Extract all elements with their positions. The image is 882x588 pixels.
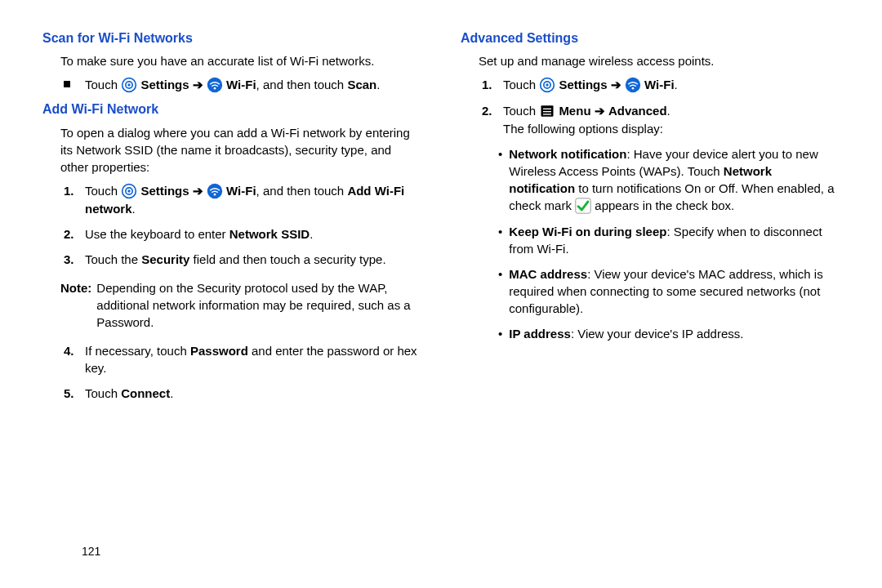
step-body: Touch Connect. (85, 385, 421, 402)
scan-title: Scan for Wi-Fi Networks (42, 29, 421, 47)
advanced-intro: Set up and manage wireless access points… (479, 52, 840, 69)
step-number: 5. (64, 385, 85, 402)
menu-label: Menu (559, 104, 590, 118)
scan-label: Scan (347, 78, 376, 91)
password-label: Password (190, 344, 248, 358)
text: Touch (503, 104, 539, 118)
svg-point-4 (214, 87, 216, 90)
step-body: Touch Menu ➔ Advanced. The following opt… (503, 102, 840, 137)
text: Touch the (85, 252, 141, 266)
wifi-label: Wi-Fi (226, 78, 256, 91)
arrow-icon: ➔ (193, 78, 203, 91)
add-steps-cont: 4. If necessary, touch Password and ente… (42, 342, 421, 402)
settings-icon (539, 77, 555, 93)
scan-step-bullet: Touch Settings ➔ Wi-Fi, and then touch S… (64, 76, 421, 94)
opt-body: Network notification: Have your device a… (509, 145, 840, 215)
step-body: Touch the Security field and then touch … (85, 251, 421, 268)
add-intro: To open a dialog where you can add a Wi-… (60, 124, 421, 176)
text: : View your device's IP address. (571, 327, 744, 341)
add-step-3: 3. Touch the Security field and then tou… (64, 251, 421, 268)
svg-rect-17 (543, 111, 551, 112)
bullet-icon: • (498, 145, 502, 215)
opt-body: IP address: View your device's IP addres… (509, 325, 743, 342)
wifi-icon (625, 77, 641, 93)
note-body: Depending on the Security protocol used … (96, 279, 421, 331)
add-steps: 1. Touch Settings ➔ Wi-Fi, and then touc… (42, 182, 421, 268)
right-column: Advanced Settings Set up and manage wire… (461, 29, 840, 410)
text: field and then touch a security type. (189, 252, 385, 266)
svg-point-14 (632, 87, 635, 90)
opt-ip-address: • IP address: View your device's IP addr… (498, 325, 840, 342)
page-number: 121 (82, 544, 100, 560)
step-body: Use the keyboard to enter Network SSID. (85, 225, 421, 243)
text: , and then touch (256, 184, 348, 198)
arrow-icon: ➔ (611, 78, 621, 91)
text: Touch (85, 184, 121, 198)
left-column: Scan for Wi-Fi Networks To make sure you… (42, 29, 421, 410)
svg-point-2 (128, 84, 131, 87)
note-block: Note: Depending on the Security protocol… (60, 279, 421, 331)
settings-label: Settings (140, 78, 189, 91)
text: The following options display: (503, 122, 663, 136)
add-step-5: 5. Touch Connect. (64, 385, 421, 402)
opt-network-notification: • Network notification: Have your device… (498, 145, 840, 215)
text: If necessary, touch (85, 344, 190, 358)
opt-body: Keep Wi-Fi on during sleep: Specify when… (509, 223, 840, 257)
note-label: Note: (60, 279, 91, 331)
wifi-icon (207, 183, 223, 199)
opt-label: Network notification (509, 147, 626, 161)
text: , and then touch (256, 78, 348, 91)
wifi-label: Wi-Fi (644, 78, 675, 91)
opt-label: MAC address (509, 267, 587, 281)
text: Touch (85, 78, 121, 91)
bullet-icon: • (498, 265, 502, 317)
advanced-title: Advanced Settings (461, 29, 840, 47)
step-number: 2. (482, 102, 503, 137)
svg-point-12 (546, 84, 549, 87)
connect-label: Connect (121, 386, 170, 400)
page-columns: Scan for Wi-Fi Networks To make sure you… (42, 29, 840, 410)
text: Touch (85, 386, 121, 400)
opt-keep-wifi-sleep: • Keep Wi-Fi on during sleep: Specify wh… (498, 223, 840, 257)
opt-label: IP address (509, 327, 571, 341)
arrow-icon: ➔ (193, 184, 203, 198)
checkmark-icon (575, 198, 591, 214)
svg-point-9 (214, 194, 216, 196)
scan-intro: To make sure you have an accurate list o… (60, 52, 421, 69)
settings-label: Settings (559, 78, 607, 91)
text: Use the keyboard to enter (85, 227, 229, 241)
adv-step-2: 2. Touch Menu ➔ Advanced. The following … (482, 102, 840, 137)
wifi-label: Wi-Fi (226, 184, 256, 198)
wifi-icon (207, 77, 223, 93)
security-label: Security (141, 252, 189, 266)
add-step-4: 4. If necessary, touch Password and ente… (64, 342, 421, 376)
settings-label: Settings (140, 184, 189, 198)
opt-body: MAC address: View your device's MAC addr… (509, 265, 840, 317)
menu-icon (539, 103, 555, 119)
adv-step-1: 1. Touch Settings ➔ Wi-Fi. (482, 76, 840, 94)
step-number: 3. (64, 251, 85, 268)
opt-label: Keep Wi-Fi on during sleep (509, 225, 666, 238)
step-body: Touch Settings ➔ Wi-Fi. (503, 76, 840, 94)
ssid-label: Network SSID (229, 227, 310, 241)
bullet-icon: • (498, 223, 502, 257)
step-number: 1. (64, 182, 85, 217)
advanced-steps: 1. Touch Settings ➔ Wi-Fi. 2. (461, 76, 840, 137)
scan-step-body: Touch Settings ➔ Wi-Fi, and then touch S… (85, 76, 380, 94)
add-step-1: 1. Touch Settings ➔ Wi-Fi, and then touc… (64, 182, 421, 217)
advanced-options: • Network notification: Have your device… (498, 145, 840, 342)
square-bullet-icon (64, 81, 70, 87)
settings-icon (121, 77, 137, 93)
opt-mac-address: • MAC address: View your device's MAC ad… (498, 265, 840, 317)
add-step-2: 2. Use the keyboard to enter Network SSI… (64, 225, 421, 243)
text: appears in the check box. (595, 198, 734, 212)
step-number: 2. (64, 225, 85, 243)
svg-rect-18 (543, 114, 551, 115)
step-number: 4. (64, 342, 85, 376)
arrow-icon: ➔ (595, 104, 605, 118)
svg-rect-16 (543, 109, 551, 109)
add-title: Add Wi-Fi Network (42, 100, 421, 118)
step-number: 1. (482, 76, 503, 94)
step-body: Touch Settings ➔ Wi-Fi, and then touch A… (85, 182, 421, 217)
svg-point-7 (128, 189, 131, 192)
